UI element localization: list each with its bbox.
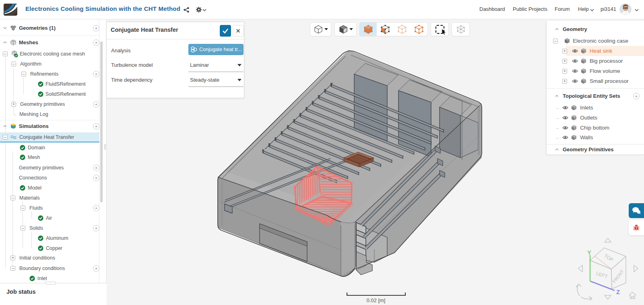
svg-text:Y: Y [587, 249, 591, 256]
svg-text:0.02 [m]: 0.02 [m] [367, 297, 386, 303]
svg-text:Z: Z [616, 289, 620, 295]
